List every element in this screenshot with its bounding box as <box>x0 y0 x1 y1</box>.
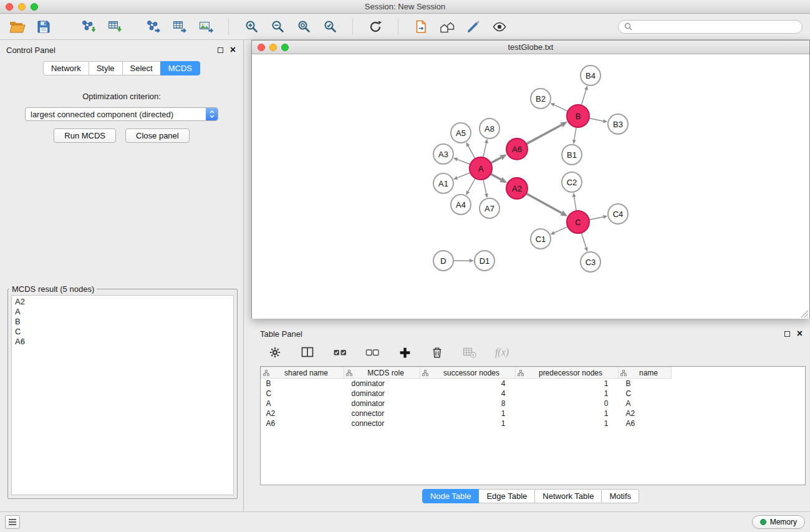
network-edge[interactable] <box>491 174 501 180</box>
unselect-all-columns-button[interactable] <box>362 342 382 362</box>
network-node[interactable]: B4 <box>581 65 600 85</box>
table-row[interactable]: A6connector11A6 <box>261 418 672 428</box>
table-cell[interactable]: 1 <box>516 389 619 399</box>
tab-edge-table[interactable]: Edge Table <box>478 489 535 503</box>
network-edge[interactable] <box>581 90 586 105</box>
network-node[interactable]: B3 <box>608 114 628 134</box>
function-builder-button[interactable]: f(x) <box>492 342 512 362</box>
mcds-result-item[interactable]: A <box>15 307 230 317</box>
column-header-successor-nodes[interactable]: successor nodes <box>420 367 516 379</box>
network-edge[interactable] <box>554 226 568 233</box>
table-cell[interactable]: 8 <box>420 399 516 409</box>
save-session-button[interactable] <box>34 17 54 37</box>
table-cell[interactable]: A2 <box>619 409 672 418</box>
network-window-titlebar[interactable]: testGlobe.txt <box>252 41 809 54</box>
network-node[interactable]: D1 <box>475 251 494 271</box>
apply-style-button[interactable] <box>463 17 483 37</box>
network-node[interactable]: B <box>567 105 589 127</box>
export-table-button[interactable] <box>170 17 190 37</box>
network-edge[interactable] <box>457 173 470 178</box>
table-cell[interactable]: 1 <box>420 418 516 428</box>
tab-motifs[interactable]: Motifs <box>601 489 639 503</box>
column-header-predecessor-nodes[interactable]: predecessor nodes <box>516 367 619 379</box>
mcds-result-list[interactable]: A2ABCA6 <box>11 295 234 495</box>
network-close-button[interactable] <box>258 44 265 51</box>
network-edge[interactable] <box>589 217 604 220</box>
table-cell[interactable]: 0 <box>516 399 619 409</box>
table-settings-button[interactable] <box>265 342 285 362</box>
delete-columns-button[interactable] <box>427 342 447 362</box>
show-hide-details-button[interactable] <box>489 17 509 37</box>
column-header-name[interactable]: name <box>619 367 672 379</box>
mcds-result-item[interactable]: A2 <box>15 297 230 307</box>
table-cell[interactable]: 4 <box>420 379 516 389</box>
table-cell[interactable]: 1 <box>516 418 619 428</box>
create-new-column-button[interactable] <box>395 342 415 362</box>
network-node[interactable]: A <box>470 157 492 180</box>
import-network-button[interactable] <box>79 17 99 37</box>
first-neighbors-button[interactable] <box>411 17 431 37</box>
memory-button[interactable]: Memory <box>752 515 805 529</box>
network-node[interactable]: D <box>433 251 453 271</box>
table-cell[interactable]: C <box>261 389 344 399</box>
open-session-button[interactable] <box>7 17 27 37</box>
tab-select[interactable]: Select <box>122 61 161 75</box>
table-cell[interactable]: B <box>619 379 672 389</box>
search-field[interactable] <box>618 20 803 34</box>
network-node[interactable]: B1 <box>562 145 582 165</box>
table-cell[interactable]: 4 <box>420 389 516 399</box>
toggle-split-view-button[interactable] <box>297 342 317 362</box>
table-cell[interactable]: dominator <box>344 389 420 399</box>
float-panel-icon[interactable] <box>218 47 223 53</box>
zoom-selected-button[interactable] <box>320 17 340 37</box>
network-node[interactable]: A2 <box>506 178 528 199</box>
network-edge[interactable] <box>483 180 486 194</box>
network-node[interactable]: B2 <box>531 89 551 109</box>
network-zoom-button[interactable] <box>281 44 289 51</box>
tab-node-table[interactable]: Node Table <box>422 489 480 503</box>
column-header-mcds-role[interactable]: MCDS role <box>344 367 420 379</box>
export-network-button[interactable] <box>143 17 163 37</box>
zoom-window-button[interactable] <box>31 3 38 11</box>
table-cell[interactable]: 1 <box>516 379 619 389</box>
tab-mcds[interactable]: MCDS <box>160 61 200 75</box>
run-mcds-button[interactable]: Run MCDS <box>54 128 116 143</box>
table-row[interactable]: A2connector11A2 <box>261 409 672 418</box>
column-header-shared-name[interactable]: shared name <box>261 367 344 379</box>
table-cell[interactable]: A6 <box>261 418 344 428</box>
network-node[interactable]: A8 <box>480 118 499 138</box>
table-cell[interactable]: dominator <box>344 379 420 389</box>
network-node[interactable]: A6 <box>506 138 528 160</box>
close-panel-icon[interactable]: × <box>230 47 236 53</box>
network-node[interactable]: C1 <box>531 229 551 249</box>
network-node[interactable]: C2 <box>562 172 582 192</box>
network-node[interactable]: A5 <box>451 123 471 143</box>
minimize-window-button[interactable] <box>18 3 26 11</box>
network-edge[interactable] <box>589 118 604 122</box>
table-cell[interactable]: B <box>261 379 344 389</box>
table-cell[interactable]: connector <box>344 409 420 418</box>
zoom-out-button[interactable] <box>268 17 287 37</box>
zoom-fit-button[interactable] <box>294 17 314 37</box>
resize-grip[interactable] <box>801 310 809 318</box>
close-panel-button[interactable]: Close panel <box>125 128 190 143</box>
network-edge[interactable] <box>574 127 576 140</box>
select-all-columns-button[interactable] <box>330 342 350 362</box>
table-cell[interactable]: dominator <box>344 399 420 409</box>
table-cell[interactable]: C <box>619 389 672 399</box>
zoom-in-button[interactable] <box>241 17 261 37</box>
table-cell[interactable]: A <box>619 399 672 409</box>
mcds-result-item[interactable]: A6 <box>15 337 230 347</box>
table-row[interactable]: Bdominator41B <box>261 379 672 389</box>
network-edge[interactable] <box>554 105 568 111</box>
table-cell[interactable]: A6 <box>619 418 672 428</box>
tab-network-table[interactable]: Network Table <box>534 489 602 503</box>
network-node[interactable]: A7 <box>480 198 499 218</box>
table-cell[interactable]: 1 <box>420 409 516 418</box>
network-edge[interactable] <box>483 143 486 157</box>
network-node[interactable]: A1 <box>433 173 453 193</box>
tab-network[interactable]: Network <box>43 61 89 75</box>
network-edge[interactable] <box>581 233 586 248</box>
network-canvas[interactable]: B4B2BB3A5A8A6B1A3AC2A1A2A4A7C4CC1C3DD1 <box>252 54 809 319</box>
search-input[interactable] <box>636 22 796 32</box>
